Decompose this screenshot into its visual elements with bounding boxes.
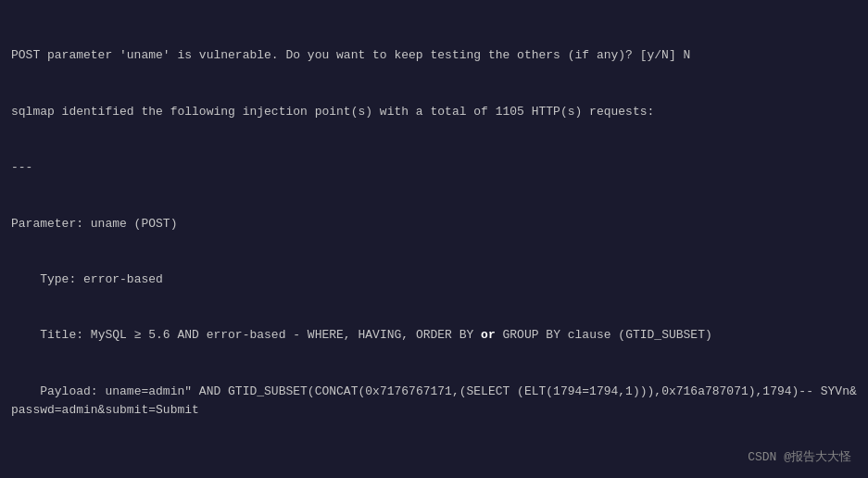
line-6: Title: MySQL ≥ 5.6 AND error-based - WHE…	[11, 326, 857, 345]
watermark: CSDN @报告大大怪	[748, 448, 851, 465]
line-3: ---	[11, 158, 857, 177]
line-4: Parameter: uname (POST)	[11, 215, 857, 233]
line-7: Payload: uname=admin" AND GTID_SUBSET(CO…	[11, 383, 857, 420]
terminal-window: POST parameter 'uname' is vulnerable. Do…	[0, 0, 868, 478]
line-2: sqlmap identified the following injectio…	[11, 103, 857, 121]
terminal-output: POST parameter 'uname' is vulnerable. Do…	[11, 9, 857, 478]
line-5: Type: error-based	[11, 270, 857, 289]
line-1: POST parameter 'uname' is vulnerable. Do…	[11, 46, 857, 65]
line-8	[11, 457, 857, 475]
